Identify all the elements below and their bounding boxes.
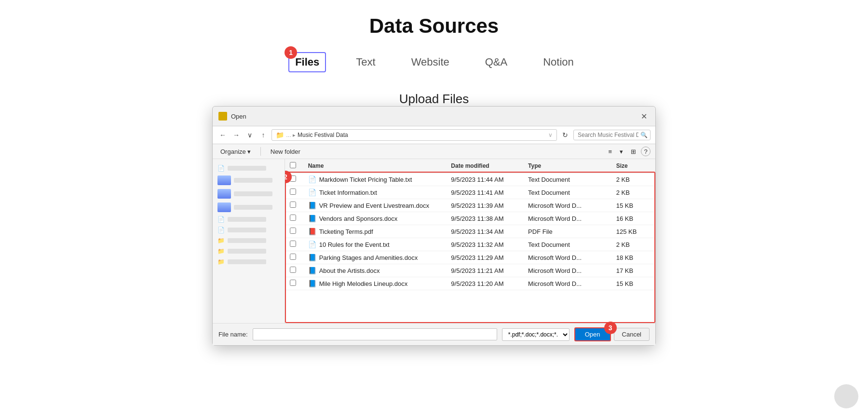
file-type-icon: 📘 — [308, 267, 316, 274]
left-nav-item[interactable]: 📁 — [213, 246, 285, 256]
filename-label: File name: — [218, 331, 248, 338]
left-nav-item[interactable] — [213, 174, 285, 187]
row-checkbox[interactable] — [290, 280, 296, 286]
view-details-button[interactable]: ≡ — [605, 147, 615, 156]
tab-website[interactable]: Website — [406, 53, 455, 71]
file-size: 2 KB — [611, 173, 655, 186]
row-checkbox[interactable] — [290, 267, 296, 273]
row-checkbox[interactable] — [290, 215, 296, 221]
help-button[interactable]: ? — [641, 147, 651, 156]
nav-back-button[interactable]: ← — [217, 130, 228, 140]
left-nav-item[interactable] — [213, 201, 285, 214]
nav-forward-button[interactable]: → — [231, 130, 242, 140]
file-type: Microsoft Word D... — [523, 264, 611, 277]
left-nav-label-9 — [228, 259, 266, 264]
file-name-cell: 📘VR Preview and Event Livestream.docx — [308, 202, 442, 209]
path-bar[interactable]: 📁 … ▸ Music Festival Data ∨ — [271, 129, 557, 141]
search-icon: 🔍 — [640, 132, 648, 138]
file-type: Text Document — [523, 238, 611, 251]
view-large-icon-button[interactable]: ⊞ — [628, 147, 639, 156]
filename-input[interactable] — [253, 328, 497, 340]
search-input[interactable] — [573, 130, 651, 140]
table-row[interactable]: 📄10 Rules for the Event.txt 9/5/2023 11:… — [285, 238, 655, 251]
address-bar: ← → ∨ ↑ 📁 … ▸ Music Festival Data ∨ ↻ 🔍 — [213, 126, 655, 144]
file-date: 9/5/2023 11:38 AM — [446, 212, 523, 225]
tab-qa[interactable]: Q&A — [479, 53, 513, 71]
left-nav-label-6 — [228, 228, 266, 232]
col-name-header[interactable]: Name — [303, 159, 447, 173]
table-header-row: Name Date modified Type Size — [285, 159, 655, 173]
tab-notion[interactable]: Notion — [537, 53, 580, 71]
file-table-area: 2 Name Date modified Type Size — [285, 159, 655, 323]
view-dropdown-button[interactable]: ▾ — [617, 147, 626, 156]
dialog-close-button[interactable]: ✕ — [638, 110, 650, 122]
nav-recent-button[interactable]: ∨ — [244, 130, 255, 140]
file-name-cell: 📄Ticket Information.txt — [308, 189, 442, 196]
file-name-cell: 📘Vendors and Sponsors.docx — [308, 215, 442, 222]
row-checkbox[interactable] — [290, 202, 296, 208]
table-row[interactable]: 📘Parking Stages and Amenities.docx 9/5/2… — [285, 251, 655, 264]
organize-button[interactable]: Organize ▾ — [217, 147, 254, 156]
tab-text[interactable]: Text — [350, 53, 381, 71]
file-table: Name Date modified Type Size 📄Markdown T… — [285, 159, 655, 290]
left-nav-item[interactable]: 📄 — [213, 214, 285, 225]
table-row[interactable]: 📘About the Artists.docx 9/5/2023 11:21 A… — [285, 264, 655, 277]
row-checkbox[interactable] — [290, 228, 296, 234]
left-nav-icon-4 — [217, 202, 231, 212]
col-type-header[interactable]: Type — [523, 159, 611, 173]
table-row[interactable]: 📄Ticket Information.txt 9/5/2023 11:41 A… — [285, 186, 655, 199]
file-list-area: 📄 📄 — [213, 159, 655, 323]
dialog-buttons: 3 Open Cancel — [574, 327, 650, 341]
file-date: 9/5/2023 11:32 AM — [446, 238, 523, 251]
left-nav-item[interactable] — [213, 187, 285, 201]
file-type-icon: 📘 — [308, 202, 316, 209]
select-all-checkbox[interactable] — [290, 162, 296, 168]
new-folder-button[interactable]: New folder — [268, 147, 303, 156]
file-name-cell: 📄Markdown Ticket Pricing Table.txt — [308, 175, 442, 183]
table-row[interactable]: 📘Vendors and Sponsors.docx 9/5/2023 11:3… — [285, 212, 655, 225]
file-name: 10 Rules for the Event.txt — [319, 241, 390, 248]
table-row[interactable]: 📄Markdown Ticket Pricing Table.txt 9/5/2… — [285, 173, 655, 186]
filetype-select[interactable]: *.pdf;*.doc;*.docx;*.txt;*.* — [502, 328, 570, 341]
file-size: 18 KB — [611, 251, 655, 264]
dialog-bottom-bar: File name: *.pdf;*.doc;*.docx;*.txt;*.* … — [213, 323, 655, 345]
row-checkbox[interactable] — [290, 254, 296, 260]
row-checkbox[interactable] — [290, 241, 296, 247]
file-date: 9/5/2023 11:41 AM — [446, 186, 523, 199]
tab-files[interactable]: 1 Files — [288, 52, 326, 72]
left-nav-label-8 — [228, 249, 266, 254]
file-name: Parking Stages and Amenities.docx — [319, 254, 418, 261]
col-date-header[interactable]: Date modified — [446, 159, 523, 173]
dialog-app-icon — [218, 112, 227, 121]
col-size-header[interactable]: Size — [611, 159, 655, 173]
nav-refresh-button[interactable]: ↻ — [560, 130, 570, 140]
left-nav-item[interactable]: 📁 — [213, 256, 285, 267]
page-content: Data Sources 1 Files Text Website Q&A No… — [0, 0, 868, 418]
nav-up-button[interactable]: ↑ — [258, 130, 269, 140]
file-type-icon: 📕 — [308, 228, 316, 235]
path-dropdown-icon[interactable]: ∨ — [548, 132, 553, 138]
file-size: 15 KB — [611, 199, 655, 212]
table-row[interactable]: 📘Mile High Melodies Lineup.docx 9/5/2023… — [285, 277, 655, 290]
table-row[interactable]: 📘VR Preview and Event Livestream.docx 9/… — [285, 199, 655, 212]
left-nav-icon-5: 📄 — [217, 216, 225, 223]
left-nav-item[interactable]: 📄 — [213, 225, 285, 235]
left-nav-label-3 — [234, 191, 272, 196]
circle-hint-icon — [834, 384, 858, 408]
file-size: 16 KB — [611, 212, 655, 225]
file-name-cell: 📘About the Artists.docx — [308, 267, 442, 274]
left-nav-pane: 📄 📄 — [213, 159, 285, 323]
file-type-icon: 📘 — [308, 254, 316, 261]
file-type: Microsoft Word D... — [523, 277, 611, 290]
left-nav-icon-2 — [217, 175, 231, 185]
left-nav-item[interactable]: 📄 — [213, 163, 285, 174]
left-nav-label-4 — [234, 205, 272, 210]
file-size: 125 KB — [611, 225, 655, 238]
left-nav-item[interactable]: 📁 — [213, 235, 285, 246]
table-row[interactable]: 📕Ticketing Terms.pdf 9/5/2023 11:34 AM P… — [285, 225, 655, 238]
file-name-cell: 📘Mile High Melodies Lineup.docx — [308, 280, 442, 287]
file-type: Text Document — [523, 173, 611, 186]
row-checkbox[interactable] — [290, 189, 296, 195]
file-open-dialog: Open ✕ ← → ∨ ↑ 📁 … ▸ Music Festival Data… — [212, 106, 656, 346]
cancel-button[interactable]: Cancel — [614, 328, 650, 341]
